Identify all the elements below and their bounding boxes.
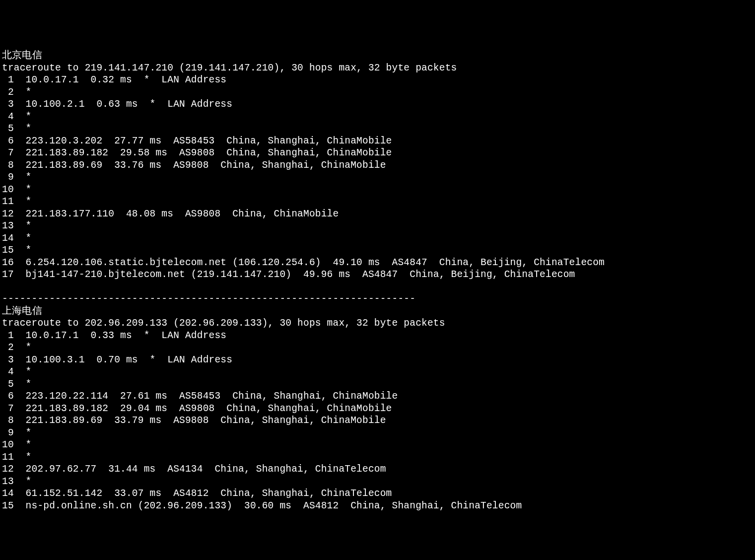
hop-line: 7 221.183.89.182 29.04 ms AS9808 China, … xyxy=(2,403,753,415)
hop-line: 9 * xyxy=(2,427,753,439)
hop-line: 15 * xyxy=(2,244,753,257)
section-title: 上海电信 xyxy=(2,305,753,318)
hop-line: 13 * xyxy=(2,220,753,232)
hop-line: 3 10.100.2.1 0.63 ms * LAN Address xyxy=(2,98,753,111)
hop-line: 6 223.120.3.202 27.77 ms AS58453 China, … xyxy=(2,135,753,147)
hop-line: 4 * xyxy=(2,111,753,123)
hop-line: 5 * xyxy=(2,378,753,391)
section-title: 北京电信 xyxy=(2,50,753,62)
hop-line: 8 221.183.89.69 33.79 ms AS9808 China, S… xyxy=(2,415,753,427)
hop-line: 16 6.254.120.106.static.bjtelecom.net (1… xyxy=(2,257,753,269)
hop-line: 7 221.183.89.182 29.58 ms AS9808 China, … xyxy=(2,147,753,159)
hop-line: 3 10.100.3.1 0.70 ms * LAN Address xyxy=(2,354,753,366)
traceroute-header: traceroute to 202.96.209.133 (202.96.209… xyxy=(2,317,753,330)
hop-line: 5 * xyxy=(2,123,753,135)
hop-line: 2 * xyxy=(2,342,753,354)
hop-line: 1 10.0.17.1 0.32 ms * LAN Address xyxy=(2,74,753,86)
traceroute-header: traceroute to 219.141.147.210 (219.141.1… xyxy=(2,62,753,74)
section-separator: ----------------------------------------… xyxy=(2,293,753,305)
hop-line: 13 * xyxy=(2,476,753,488)
hop-line: 12 202.97.62.77 31.44 ms AS4134 China, S… xyxy=(2,463,753,476)
terminal-output: 北京电信traceroute to 219.141.147.210 (219.1… xyxy=(2,50,753,512)
hop-line: 17 bj141-147-210.bjtelecom.net (219.141.… xyxy=(2,269,753,281)
hop-line: 2 * xyxy=(2,86,753,99)
hop-line: 11 * xyxy=(2,196,753,208)
hop-line: 10 * xyxy=(2,439,753,451)
hop-line: 1 10.0.17.1 0.33 ms * LAN Address xyxy=(2,330,753,342)
hop-line: 8 221.183.89.69 33.76 ms AS9808 China, S… xyxy=(2,159,753,172)
blank-line xyxy=(2,281,753,293)
hop-line: 6 223.120.22.114 27.61 ms AS58453 China,… xyxy=(2,390,753,403)
hop-line: 9 * xyxy=(2,171,753,184)
hop-line: 14 61.152.51.142 33.07 ms AS4812 China, … xyxy=(2,488,753,500)
hop-line: 4 * xyxy=(2,366,753,378)
hop-line: 15 ns-pd.online.sh.cn (202.96.209.133) 3… xyxy=(2,500,753,512)
hop-line: 12 221.183.177.110 48.08 ms AS9808 China… xyxy=(2,208,753,220)
hop-line: 10 * xyxy=(2,184,753,196)
hop-line: 14 * xyxy=(2,232,753,245)
hop-line: 11 * xyxy=(2,451,753,464)
